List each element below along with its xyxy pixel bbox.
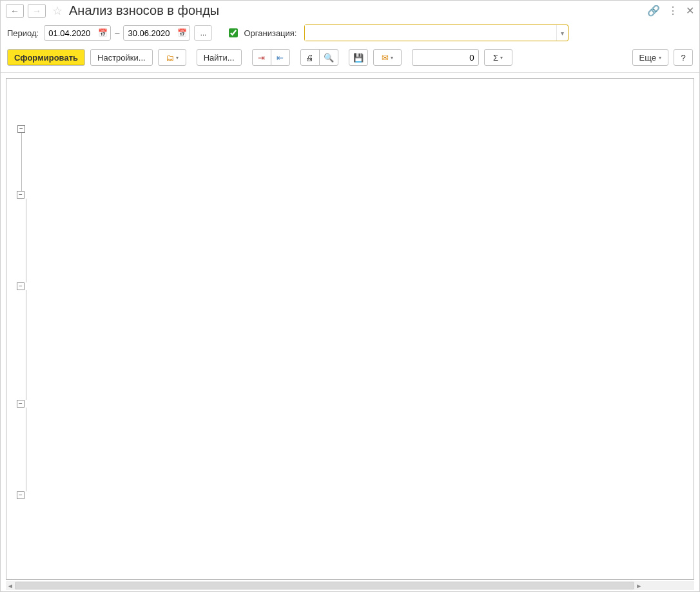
org-field[interactable]: ▾ bbox=[304, 25, 569, 41]
more-label: Еще bbox=[639, 53, 656, 63]
org-dropdown-icon[interactable]: ▾ bbox=[556, 25, 568, 41]
calendar-icon[interactable]: 📅 bbox=[98, 28, 108, 37]
outline-toggle[interactable]: − bbox=[17, 282, 24, 290]
nav-forward-button[interactable]: → bbox=[28, 4, 46, 18]
sigma-button[interactable]: Σ▾ bbox=[484, 49, 512, 66]
scroll-left-icon[interactable]: ◄ bbox=[6, 582, 15, 589]
period-picker-button[interactable]: ... bbox=[194, 25, 212, 41]
generate-button[interactable]: Сформировать bbox=[7, 49, 85, 66]
print-button[interactable]: 🖨 bbox=[300, 49, 320, 66]
variants-button[interactable]: 🗂▾ bbox=[158, 49, 186, 66]
date-from-input[interactable] bbox=[47, 28, 92, 39]
period-label: Период: bbox=[7, 28, 39, 38]
org-checkbox[interactable] bbox=[229, 28, 238, 37]
favorite-star-icon[interactable]: ☆ bbox=[52, 4, 63, 18]
more-button[interactable]: Еще ▾ bbox=[632, 49, 668, 66]
org-input[interactable] bbox=[305, 25, 556, 41]
mail-button[interactable]: ✉▾ bbox=[373, 49, 402, 66]
menu-dots-icon[interactable]: ⋮ bbox=[668, 5, 678, 17]
calendar-icon[interactable]: 📅 bbox=[177, 28, 187, 37]
nav-back-button[interactable]: ← bbox=[6, 4, 24, 18]
outline-toggle[interactable]: − bbox=[17, 125, 25, 133]
window-title: Анализ взносов в фонды bbox=[69, 3, 219, 18]
date-from-field[interactable]: 📅 bbox=[44, 25, 111, 41]
date-dash: – bbox=[115, 28, 119, 38]
settings-button[interactable]: Настройки... bbox=[90, 49, 153, 66]
close-icon[interactable]: ✕ bbox=[686, 5, 694, 17]
link-icon[interactable]: 🔗 bbox=[647, 5, 660, 17]
outline-toggle[interactable]: − bbox=[17, 400, 24, 408]
horizontal-scrollbar[interactable]: ◄ ► bbox=[6, 581, 694, 590]
scroll-right-icon[interactable]: ► bbox=[634, 582, 643, 589]
find-button[interactable]: Найти... bbox=[197, 49, 242, 66]
expand-all-button[interactable]: ⇥ bbox=[252, 49, 271, 66]
preview-button[interactable]: 🔍 bbox=[319, 49, 338, 66]
org-label: Организация: bbox=[244, 28, 297, 38]
outline-gutter: − − − − − bbox=[8, 83, 35, 499]
outline-toggle[interactable]: − bbox=[17, 491, 24, 499]
save-button[interactable]: 💾 bbox=[349, 49, 368, 66]
date-to-input[interactable] bbox=[126, 28, 171, 39]
outline-toggle[interactable]: − bbox=[17, 191, 24, 199]
date-to-field[interactable]: 📅 bbox=[123, 25, 190, 41]
sum-field[interactable] bbox=[412, 49, 479, 66]
scroll-thumb[interactable] bbox=[15, 582, 634, 589]
help-button[interactable]: ? bbox=[674, 49, 693, 66]
collapse-all-button[interactable]: ⇤ bbox=[271, 49, 290, 66]
report-scroll-area[interactable]: − − − − − bbox=[6, 78, 694, 580]
